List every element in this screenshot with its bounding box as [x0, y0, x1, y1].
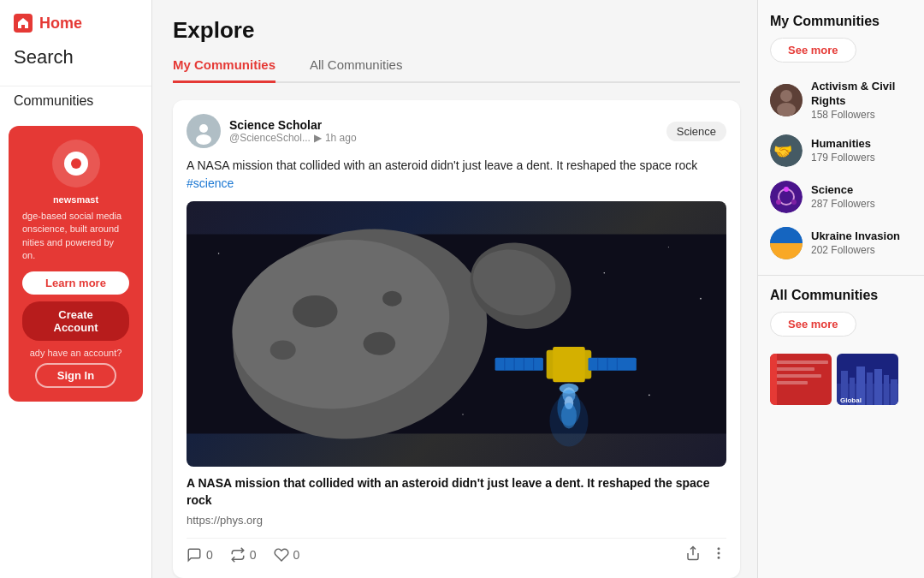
- humanities-followers: 179 Followers: [811, 152, 875, 164]
- science-followers: 287 Followers: [811, 198, 875, 210]
- science-name: Science: [811, 183, 875, 198]
- post-header: Science Scholar @ScienceSchol... ▶ 1h ag…: [187, 114, 726, 148]
- post-image: [187, 201, 726, 467]
- ukraine-followers: 202 Followers: [811, 244, 900, 256]
- repost-count: 0: [250, 548, 257, 562]
- home-icon: [14, 14, 33, 33]
- post-tag[interactable]: #science: [187, 176, 234, 190]
- svg-rect-49: [770, 181, 803, 213]
- repost-button[interactable]: 0: [230, 547, 257, 563]
- post-link[interactable]: https://phys.org: [187, 514, 263, 527]
- author-handle: @ScienceSchol...: [229, 132, 311, 144]
- right-sidebar: My Communities See more Activism & Civil…: [757, 0, 924, 578]
- svg-point-39: [549, 395, 588, 446]
- svg-point-14: [649, 394, 650, 396]
- humanities-avatar: 🤝: [770, 134, 803, 167]
- svg-point-4: [218, 253, 220, 254]
- sidebar-promo: newsmast dge-based social media onscienc…: [9, 126, 143, 402]
- community-badge[interactable]: Science: [666, 122, 726, 141]
- author-time: 1h ago: [325, 132, 357, 144]
- activism-followers: 158 Followers: [811, 109, 912, 121]
- svg-point-53: [791, 200, 797, 205]
- newsmast-logo-inner: [71, 158, 81, 169]
- svg-point-42: [718, 552, 720, 554]
- svg-point-52: [776, 200, 781, 205]
- community-item-humanities[interactable]: 🤝 Humanities 179 Followers: [758, 128, 924, 174]
- action-group-left: 0 0 0: [187, 547, 299, 563]
- sidebar-divider: [758, 275, 924, 276]
- svg-rect-24: [553, 347, 585, 382]
- svg-rect-72: [891, 379, 897, 405]
- sign-in-button[interactable]: Sign In: [35, 363, 116, 388]
- search-label: Search: [14, 46, 151, 69]
- svg-rect-55: [770, 227, 803, 243]
- svg-rect-60: [773, 367, 814, 371]
- activism-avatar: [770, 84, 803, 116]
- community-tabs: My Communities All Communities: [173, 57, 740, 83]
- svg-point-18: [364, 332, 396, 355]
- humanities-info: Humanities 179 Followers: [811, 137, 875, 164]
- svg-point-9: [604, 272, 606, 274]
- svg-rect-62: [773, 381, 808, 384]
- post-body-text: A NASA mission that collided with an ast…: [187, 158, 697, 172]
- ukraine-name: Ukraine Invasion: [811, 229, 900, 244]
- svg-point-10: [668, 247, 669, 247]
- tab-my-communities[interactable]: My Communities: [173, 57, 275, 83]
- more-icon: [711, 545, 726, 561]
- svg-point-1: [199, 124, 208, 133]
- ukraine-avatar: [770, 227, 803, 259]
- tab-all-communities[interactable]: All Communities: [310, 57, 402, 81]
- svg-point-46: [777, 103, 796, 116]
- comment-icon: [187, 547, 202, 563]
- post-actions: 0 0 0: [187, 538, 726, 564]
- author-meta: @ScienceSchol... ▶ 1h ago: [229, 132, 357, 144]
- learn-more-button[interactable]: Learn more: [22, 271, 129, 295]
- svg-point-17: [293, 295, 338, 328]
- comment-button[interactable]: 0: [187, 547, 213, 563]
- author-avatar: [187, 114, 221, 148]
- author-name: Science Scholar: [229, 118, 357, 132]
- like-button[interactable]: 0: [274, 547, 300, 563]
- community-item-activism[interactable]: Activism & Civil Rights 158 Followers: [758, 73, 924, 128]
- community-item-ukraine[interactable]: Ukraine Invasion 202 Followers: [758, 220, 924, 266]
- left-sidebar: Home Search Communities newsmast dge-bas…: [0, 0, 152, 578]
- activism-info: Activism & Civil Rights 158 Followers: [811, 80, 912, 121]
- share-icon: [685, 545, 701, 561]
- ukraine-info: Ukraine Invasion 202 Followers: [811, 229, 900, 256]
- like-icon: [274, 547, 289, 563]
- post-text: A NASA mission that collided with an ast…: [187, 157, 726, 193]
- my-communities-see-more[interactable]: See more: [770, 38, 856, 63]
- activism-name: Activism & Civil Rights: [811, 80, 912, 109]
- share-button[interactable]: [685, 545, 701, 564]
- communities-label: Communities: [0, 86, 151, 116]
- science-info: Science 287 Followers: [811, 183, 875, 210]
- thumb-1[interactable]: [770, 354, 832, 405]
- main-content: Explore My Communities All Communities S…: [152, 0, 757, 578]
- svg-point-41: [718, 548, 720, 550]
- svg-point-19: [270, 341, 296, 361]
- page-title: Explore: [173, 17, 740, 44]
- svg-rect-25: [495, 358, 543, 371]
- promo-description: dge-based social media onscience, built …: [22, 210, 129, 263]
- svg-point-13: [462, 414, 464, 415]
- create-account-button[interactable]: Create Account: [22, 301, 129, 341]
- all-communities-see-more[interactable]: See more: [770, 312, 856, 337]
- science-avatar: [770, 181, 803, 213]
- more-options-button[interactable]: [711, 545, 726, 564]
- home-link[interactable]: Home: [14, 14, 151, 33]
- thumb-global[interactable]: Global: [837, 354, 898, 405]
- svg-rect-56: [770, 243, 803, 259]
- bottom-thumbnails: Global: [758, 347, 924, 412]
- svg-rect-69: [867, 372, 873, 405]
- svg-rect-26: [588, 358, 636, 371]
- promo-logo: [52, 140, 100, 188]
- svg-point-2: [196, 134, 211, 145]
- community-item-science[interactable]: Science 287 Followers: [758, 174, 924, 220]
- svg-point-11: [700, 298, 702, 300]
- post-caption: A NASA mission that collided with an ast…: [187, 475, 726, 509]
- svg-rect-61: [773, 374, 821, 378]
- svg-text:Global: Global: [840, 396, 862, 404]
- already-have-account-text: ady have an account?: [30, 348, 122, 358]
- humanities-name: Humanities: [811, 137, 875, 152]
- promo-brand: newsmast: [53, 194, 98, 205]
